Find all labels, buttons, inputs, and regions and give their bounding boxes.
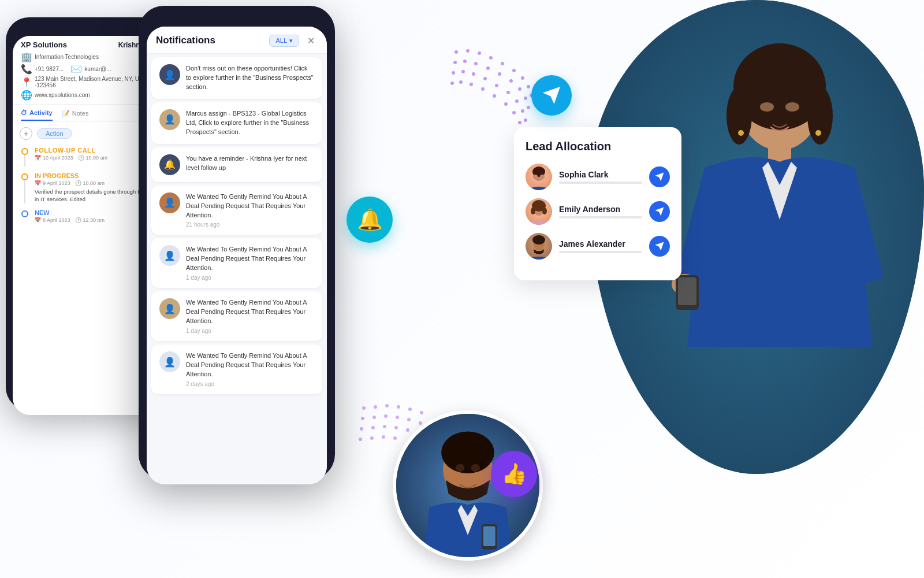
- svg-point-30: [481, 87, 485, 91]
- notif-item-1[interactable]: 👤 Don't miss out on these opportunities!…: [151, 57, 322, 99]
- timeline-line-1: [24, 155, 25, 166]
- notif-text-5: We Wanted To Gently Remind You About A D…: [186, 245, 314, 273]
- notif-time-7: 2 days ago: [186, 381, 314, 387]
- svg-point-0: [454, 50, 458, 54]
- floating-telegram[interactable]: [531, 75, 572, 116]
- followup-time: 🕐 10.00 am: [78, 155, 108, 161]
- svg-point-28: [459, 80, 463, 84]
- inprogress-date: 📅 9 April 2023: [35, 180, 70, 186]
- svg-point-46: [407, 418, 411, 421]
- phone2-notch: [199, 14, 274, 27]
- notif-header: Notifications ALL ▾ ✕: [147, 27, 327, 54]
- notif-content-7: We Wanted To Gently Remind You About A D…: [186, 351, 314, 387]
- phone1-notch: [55, 24, 124, 36]
- svg-point-23: [506, 91, 510, 94]
- notif-text-3: You have a reminder - Krishna Iyer for n…: [186, 154, 314, 173]
- notif-item-2[interactable]: 👤 Marcus assign - BPS123 - Global Logist…: [151, 102, 322, 144]
- svg-point-40: [408, 407, 412, 411]
- notif-item-3[interactable]: 🔔 You have a reminder - Krishna Iyer for…: [151, 147, 322, 182]
- notif-item-5[interactable]: 👤 We Wanted To Gently Remind You About A…: [151, 238, 322, 288]
- notif-filter-button[interactable]: ALL ▾: [269, 35, 299, 47]
- svg-point-4: [501, 62, 504, 65]
- svg-rect-65: [678, 277, 696, 305]
- notif-item-7[interactable]: 👤 We Wanted To Gently Remind You About A…: [151, 344, 322, 394]
- tab-activity-label: Activity: [29, 109, 53, 116]
- notes-icon: 📝: [62, 110, 70, 117]
- chevron-down-icon: ▾: [289, 37, 293, 45]
- timeline-line-2: [24, 180, 25, 203]
- svg-point-53: [359, 438, 362, 441]
- floating-thumbs[interactable]: 👍: [491, 451, 537, 497]
- svg-point-1: [466, 49, 470, 53]
- svg-point-60: [726, 87, 752, 144]
- svg-point-13: [498, 72, 501, 76]
- svg-point-44: [384, 414, 388, 418]
- svg-point-67: [785, 102, 799, 112]
- svg-point-31: [493, 94, 496, 98]
- svg-point-25: [521, 109, 524, 113]
- notif-content-6: We Wanted To Gently Remind You About A D…: [186, 298, 314, 334]
- avatar-sophia: [526, 164, 552, 190]
- svg-point-47: [419, 421, 422, 425]
- svg-point-72: [441, 432, 494, 473]
- cal-icon-2: 📅: [35, 180, 41, 186]
- notif-content-4: We Wanted To Gently Remind You About A D…: [186, 192, 314, 228]
- notif-item-4[interactable]: 👤 We Wanted To Gently Remind You About A…: [151, 186, 322, 235]
- lead-card-title: Lead Allocation: [526, 140, 670, 153]
- notif-avatar-1: 👤: [159, 64, 180, 85]
- svg-point-38: [385, 404, 389, 407]
- svg-point-7: [527, 85, 530, 88]
- svg-point-42: [361, 417, 364, 420]
- activity-icon: ⏱: [21, 109, 27, 116]
- notif-close-button[interactable]: ✕: [304, 34, 318, 47]
- sophia-bar: [559, 181, 642, 184]
- james-send-button[interactable]: [649, 236, 670, 257]
- floating-bell[interactable]: 🔔: [346, 197, 393, 243]
- sophia-send-button[interactable]: [649, 166, 670, 187]
- svg-point-41: [420, 411, 423, 414]
- lead-person-james: James Alexander: [526, 233, 670, 260]
- person-icon-7: 👤: [164, 357, 176, 368]
- industry-text: Information Technologies: [35, 54, 99, 60]
- emily-send-button[interactable]: [649, 201, 670, 222]
- svg-point-85: [531, 208, 535, 214]
- notif-time-6: 1 day ago: [186, 328, 314, 334]
- add-button[interactable]: +: [20, 127, 32, 140]
- svg-point-51: [394, 426, 398, 429]
- phone-notifications: Notifications ALL ▾ ✕ 👤 Don't miss out o…: [139, 6, 335, 480]
- notif-item-6[interactable]: 👤 We Wanted To Gently Remind You About A…: [151, 291, 322, 341]
- cal-icon: 📅: [35, 155, 41, 161]
- svg-point-55: [382, 435, 385, 439]
- tab-notes-label: Notes: [72, 110, 89, 117]
- svg-point-19: [461, 70, 465, 73]
- svg-point-22: [495, 84, 498, 87]
- svg-point-45: [396, 416, 399, 419]
- svg-point-56: [393, 436, 397, 440]
- svg-point-12: [486, 66, 490, 70]
- clock-icon-3: 🕐: [75, 217, 81, 223]
- svg-point-37: [374, 405, 377, 409]
- sophia-name: Sophia Clark: [559, 170, 642, 179]
- tab-activity[interactable]: ⏱ Activity: [21, 109, 53, 121]
- notif-avatar-3: 🔔: [159, 154, 180, 175]
- person-icon-2: 👤: [164, 114, 176, 125]
- person-icon-4: 👤: [164, 197, 176, 208]
- svg-point-20: [472, 72, 475, 76]
- notif-content-5: We Wanted To Gently Remind You About A D…: [186, 245, 314, 281]
- emily-name: Emily Anderson: [559, 205, 642, 214]
- notif-text-1: Don't miss out on these opportunities! C…: [186, 64, 314, 92]
- svg-point-21: [483, 77, 487, 80]
- svg-point-43: [372, 416, 376, 419]
- website-text: www.xpsolutions.com: [35, 92, 90, 98]
- action-badge[interactable]: Action: [37, 128, 72, 139]
- svg-point-26: [524, 118, 527, 122]
- send-icon-sophia: [654, 172, 665, 182]
- svg-point-75: [456, 464, 464, 472]
- thumbs-up-icon: 👍: [501, 462, 527, 486]
- tab-notes[interactable]: 📝 Notes: [62, 109, 89, 121]
- james-bar: [559, 251, 642, 253]
- phone-icon-small: 📞: [21, 64, 32, 75]
- person-icon-5: 👤: [164, 250, 176, 261]
- industry-icon: 🏢: [21, 51, 32, 62]
- notif-avatar-6: 👤: [159, 298, 180, 319]
